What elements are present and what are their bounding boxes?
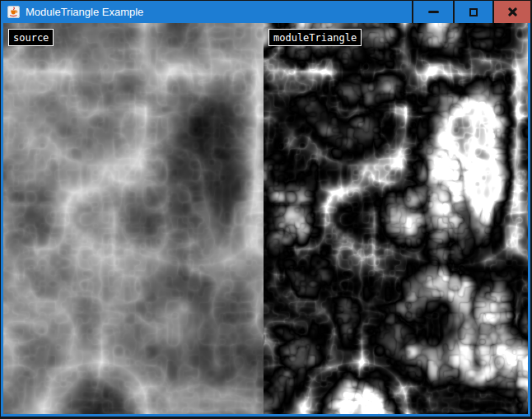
module-triangle-image bbox=[264, 23, 528, 414]
close-button[interactable] bbox=[494, 1, 530, 23]
source-label: source bbox=[8, 29, 54, 46]
source-noise-image bbox=[3, 23, 264, 414]
close-icon bbox=[507, 7, 518, 17]
maximize-icon bbox=[469, 8, 478, 16]
minimize-button[interactable] bbox=[413, 1, 453, 23]
module-triangle-label: moduleTriangle bbox=[268, 29, 362, 46]
maximize-button[interactable] bbox=[455, 1, 492, 23]
window-controls bbox=[412, 1, 530, 23]
minimize-icon bbox=[428, 11, 439, 13]
java-coffee-cup-icon bbox=[7, 6, 20, 18]
app-window: ModuleTriangle Example source mo bbox=[0, 0, 532, 419]
module-triangle-panel: moduleTriangle bbox=[264, 23, 528, 414]
source-panel: source bbox=[3, 23, 264, 414]
content-area: source moduleTriangle bbox=[1, 23, 530, 417]
image-row: source moduleTriangle bbox=[3, 23, 528, 414]
titlebar[interactable]: ModuleTriangle Example bbox=[1, 1, 530, 23]
